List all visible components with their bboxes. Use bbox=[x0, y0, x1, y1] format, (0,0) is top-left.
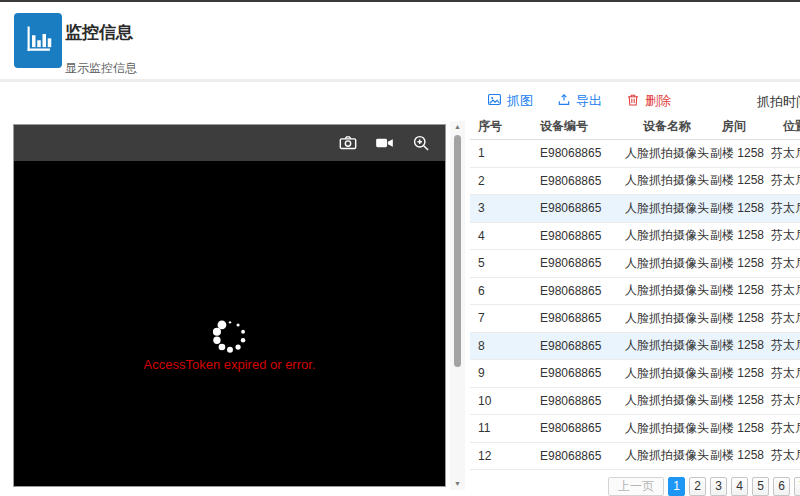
cell-c1: 11 bbox=[470, 421, 532, 435]
cell-c5: 芬太尼室 bbox=[758, 145, 800, 162]
page-button-2[interactable]: 2 bbox=[689, 477, 706, 496]
cell-c5: 芬太尼室 bbox=[758, 420, 800, 437]
table-row[interactable]: 12E98068865人脸抓拍摄像头副楼 1258芬太尼室 bbox=[470, 443, 800, 471]
cell-c2: E98068865 bbox=[532, 394, 624, 408]
cell-c2: E98068865 bbox=[532, 174, 624, 188]
table-row[interactable]: 11E98068865人脸抓拍摄像头副楼 1258芬太尼室 bbox=[470, 415, 800, 443]
table-header: 序号设备编号设备名称房间位置 bbox=[470, 114, 800, 140]
zoom-in-icon[interactable] bbox=[411, 133, 431, 153]
cell-c1: 8 bbox=[470, 339, 532, 353]
delete-button[interactable]: 删除 bbox=[626, 92, 671, 110]
cell-c3: 人脸抓拍摄像头 bbox=[624, 392, 710, 409]
cell-c2: E98068865 bbox=[532, 229, 624, 243]
page-subtitle: 显示监控信息 bbox=[65, 60, 137, 77]
table-row[interactable]: 4E98068865人脸抓拍摄像头副楼 1258芬太尼室 bbox=[470, 223, 800, 251]
cell-c3: 人脸抓拍摄像头 bbox=[624, 255, 710, 272]
cell-c5: 芬太尼室 bbox=[758, 227, 800, 244]
cell-c5: 芬太尼室 bbox=[758, 282, 800, 299]
table-row[interactable]: 3E98068865人脸抓拍摄像头副楼 1258芬太尼室 bbox=[470, 195, 800, 223]
column-header: 设备名称 bbox=[624, 118, 710, 135]
monitor-module-icon bbox=[14, 13, 62, 68]
video-display-area: AccessToken expired or error. bbox=[14, 161, 445, 486]
table-row[interactable]: 7E98068865人脸抓拍摄像头副楼 1258芬太尼室 bbox=[470, 305, 800, 333]
vertical-scrollbar[interactable]: ▲ ▼ bbox=[450, 121, 465, 490]
page-button-3[interactable]: 3 bbox=[710, 477, 727, 496]
table-row[interactable]: 9E98068865人脸抓拍摄像头副楼 1258芬太尼室 bbox=[470, 360, 800, 388]
cell-c4: 副楼 1258 bbox=[710, 145, 758, 162]
video-preview-panel: AccessToken expired or error. bbox=[13, 124, 446, 487]
page-button-4[interactable]: 4 bbox=[731, 477, 748, 496]
page-button-7[interactable]: 7 bbox=[794, 477, 800, 496]
cell-c4: 副楼 1258 bbox=[710, 365, 758, 382]
cell-c5: 芬太尼室 bbox=[758, 447, 800, 464]
cell-c2: E98068865 bbox=[532, 146, 624, 160]
cell-c2: E98068865 bbox=[532, 421, 624, 435]
trash-icon bbox=[626, 93, 640, 110]
export-button-label: 导出 bbox=[576, 92, 602, 110]
table-rows: 1E98068865人脸抓拍摄像头副楼 1258芬太尼室2E98068865人脸… bbox=[470, 140, 800, 496]
cell-c2: E98068865 bbox=[532, 256, 624, 270]
table-row[interactable]: 8E98068865人脸抓拍摄像头副楼 1258芬太尼室 bbox=[470, 333, 800, 361]
export-button[interactable]: 导出 bbox=[557, 92, 602, 110]
column-header: 序号 bbox=[470, 118, 532, 135]
page-button-5[interactable]: 5 bbox=[752, 477, 769, 496]
cell-c3: 人脸抓拍摄像头 bbox=[624, 145, 710, 162]
cell-c1: 2 bbox=[470, 174, 532, 188]
cell-c5: 芬太尼室 bbox=[758, 200, 800, 217]
cell-c5: 芬太尼室 bbox=[758, 310, 800, 327]
cell-c5: 芬太尼室 bbox=[758, 365, 800, 382]
table-row[interactable]: 5E98068865人脸抓拍摄像头副楼 1258芬太尼室 bbox=[470, 250, 800, 278]
table-row[interactable]: 2E98068865人脸抓拍摄像头副楼 1258芬太尼室 bbox=[470, 168, 800, 196]
cell-c3: 人脸抓拍摄像头 bbox=[624, 310, 710, 327]
table-row[interactable]: 10E98068865人脸抓拍摄像头副楼 1258芬太尼室 bbox=[470, 388, 800, 416]
cell-c3: 人脸抓拍摄像头 bbox=[624, 172, 710, 189]
cell-c4: 副楼 1258 bbox=[710, 310, 758, 327]
page-header: 监控信息 显示监控信息 bbox=[0, 2, 800, 82]
cell-c4: 副楼 1258 bbox=[710, 227, 758, 244]
cell-c4: 副楼 1258 bbox=[710, 420, 758, 437]
cell-c3: 人脸抓拍摄像头 bbox=[624, 282, 710, 299]
cell-c1: 9 bbox=[470, 366, 532, 380]
cell-c1: 5 bbox=[470, 256, 532, 270]
column-header: 设备编号 bbox=[532, 118, 624, 135]
cell-c3: 人脸抓拍摄像头 bbox=[624, 227, 710, 244]
cell-c1: 12 bbox=[470, 449, 532, 463]
video-camera-icon[interactable] bbox=[374, 133, 395, 153]
cell-c2: E98068865 bbox=[532, 366, 624, 380]
table-row[interactable]: 6E98068865人脸抓拍摄像头副楼 1258芬太尼室 bbox=[470, 278, 800, 306]
capture-button[interactable]: 抓图 bbox=[487, 92, 533, 110]
page-button-1[interactable]: 1 bbox=[668, 477, 685, 496]
cell-c3: 人脸抓拍摄像头 bbox=[624, 365, 710, 382]
column-header: 位置 bbox=[758, 118, 800, 135]
cell-c4: 副楼 1258 bbox=[710, 200, 758, 217]
cell-c1: 6 bbox=[470, 284, 532, 298]
cell-c2: E98068865 bbox=[532, 201, 624, 215]
delete-button-label: 删除 bbox=[645, 92, 671, 110]
table-row[interactable]: 1E98068865人脸抓拍摄像头副楼 1258芬太尼室 bbox=[470, 140, 800, 168]
image-icon bbox=[487, 92, 502, 110]
camera-icon[interactable] bbox=[338, 133, 358, 153]
cell-c2: E98068865 bbox=[532, 311, 624, 325]
previous-page-button[interactable]: 上一页 bbox=[608, 477, 664, 496]
cell-c3: 人脸抓拍摄像头 bbox=[624, 420, 710, 437]
scroll-down-arrow-icon[interactable]: ▼ bbox=[450, 478, 465, 490]
scrollbar-thumb[interactable] bbox=[454, 135, 461, 367]
capture-list-panel: 抓图 导出 删除 抓拍时间 bbox=[470, 88, 800, 496]
list-toolbar: 抓图 导出 删除 抓拍时间 bbox=[470, 88, 800, 114]
video-error-message: AccessToken expired or error. bbox=[14, 357, 445, 372]
cell-c3: 人脸抓拍摄像头 bbox=[624, 337, 710, 354]
cell-c4: 副楼 1258 bbox=[710, 172, 758, 189]
scroll-up-arrow-icon[interactable]: ▲ bbox=[450, 121, 465, 133]
cell-c3: 人脸抓拍摄像头 bbox=[624, 447, 710, 464]
video-toolbar bbox=[14, 125, 445, 161]
page-button-6[interactable]: 6 bbox=[773, 477, 790, 496]
cell-c4: 副楼 1258 bbox=[710, 447, 758, 464]
cell-c1: 1 bbox=[470, 146, 532, 160]
cell-c1: 4 bbox=[470, 229, 532, 243]
cell-c4: 副楼 1258 bbox=[710, 282, 758, 299]
cell-c2: E98068865 bbox=[532, 449, 624, 463]
pagination-pages: 123456789 bbox=[668, 477, 800, 496]
cell-c5: 芬太尼室 bbox=[758, 255, 800, 272]
cell-c5: 芬太尼室 bbox=[758, 172, 800, 189]
loading-spinner bbox=[211, 317, 249, 359]
